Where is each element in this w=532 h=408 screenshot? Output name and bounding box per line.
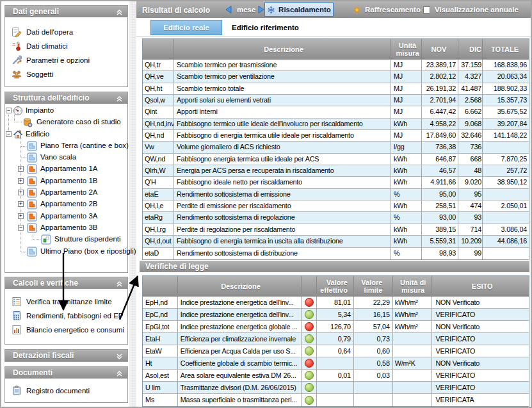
panel-header-dati-generali[interactable]: Dati generali [5, 6, 127, 17]
results-row[interactable]: Q'HFabbisogno ideale netto per riscaldam… [143, 177, 529, 188]
sidebar-item[interactable]: Parametri e opzioni [5, 53, 127, 67]
verifica-row[interactable]: U limTrasmittanze divisori (D.M. 26/06/2… [143, 382, 529, 394]
cell-desc: Efficienza per climatizzazione invernale [178, 333, 302, 345]
collapse-box-icon[interactable]: − [18, 225, 24, 231]
expand-box-icon[interactable]: + [18, 190, 24, 195]
cell-dic: 736 [458, 142, 483, 152]
tree-item[interactable]: Generatore caso di studio [5, 117, 127, 128]
cell-esito: VERIFICATA [432, 394, 529, 406]
tab-edificio-reale[interactable]: Edificio reale [150, 20, 222, 35]
header-code[interactable] [143, 276, 178, 296]
results-row[interactable]: etaERendimento sottosistema di emissione… [143, 189, 529, 200]
results-row[interactable]: QH,l,rgPerdite di regolazione per riscal… [143, 224, 529, 236]
apartment-icon [27, 176, 37, 186]
cell-esito: VERIFICATO [432, 370, 529, 381]
sidebar-item[interactable]: Dati climatici [5, 39, 127, 53]
panel-header-detrazioni[interactable]: Detrazioni fiscali [5, 350, 127, 361]
cell-esito: VERIFICATO [432, 345, 529, 357]
heating-tab[interactable]: Riscaldamento [264, 3, 334, 17]
sidebar-item[interactable]: Dati dell'opera [5, 25, 127, 39]
header-descrizione[interactable]: Descrizione [174, 39, 391, 59]
results-row[interactable]: QH,ndFabbisogno di energia termica utile… [143, 130, 529, 142]
cell-nov: 4.958,22 [422, 118, 458, 129]
collapse-box-icon[interactable]: − [6, 131, 12, 137]
header-nov[interactable]: NOV [422, 39, 458, 59]
expand-box-icon[interactable]: + [18, 166, 24, 172]
panel-header-calcoli[interactable]: Calcoli e verifiche [5, 277, 127, 289]
tree-item[interactable]: +Appartamento 3A [5, 211, 127, 222]
cell-desc: Indice prestazione energetica globale ..… [178, 321, 302, 332]
verifica-row[interactable]: EpC,ndIndice prestazione energetica dell… [143, 309, 529, 321]
tree-item[interactable]: +Appartamento 2B [5, 199, 127, 210]
header-totale[interactable]: TOTALE [483, 39, 529, 59]
verifica-row[interactable]: EtaWEfficienza per Acqua Calda per uso S… [143, 345, 529, 357]
sidebar-item[interactable]: Soggetti [5, 67, 127, 81]
tree-item[interactable]: −Impianto [5, 105, 127, 117]
collapse-box-icon[interactable]: − [6, 108, 12, 113]
header-valore-limite[interactable]: Valore limite [354, 276, 393, 296]
results-row[interactable]: QintApporti interniMJ6.447,426.66235.675… [143, 106, 529, 118]
cell-unit: W/m²K [393, 357, 432, 369]
verifica-row[interactable]: MsMassa superficiale o trasmittanza peri… [143, 394, 529, 406]
results-row[interactable]: Qsol,wApporti solari su elementi vetrati… [143, 95, 529, 106]
cell-tot: 188.902,33 [483, 83, 529, 94]
results-row[interactable]: QH,d,outFabbisogno di energia termica in… [143, 236, 529, 247]
annual-checkbox[interactable] [423, 6, 430, 13]
panel-title: Struttura dell'edificio [13, 94, 90, 102]
annual-view-toggle[interactable]: Visualizzazione annuale [423, 4, 519, 15]
header-status[interactable] [302, 276, 317, 296]
results-row[interactable]: etaRgRendimento sottosistema di regolazi… [143, 212, 529, 224]
cell-tot: 20.063,34 [483, 71, 529, 82]
results-row[interactable]: QW,ndFabbisogno energia termica utile id… [143, 154, 529, 165]
results-row[interactable]: QH,nd,invFabbisogno termico utile ideale… [143, 118, 529, 130]
sidebar-item[interactable]: Verifica trasmittanze limite [5, 295, 127, 309]
results-row[interactable]: QH,veScambio termico per ventilazioneMJ2… [143, 71, 529, 83]
tree-item[interactable]: +Appartamento 2A [5, 187, 127, 199]
cell-eff [317, 382, 354, 393]
results-row[interactable]: VwVolume giornaliero di ACS richiestol/g… [143, 142, 529, 153]
tree-item[interactable]: +Appartamento 1A [5, 163, 127, 175]
results-row[interactable]: Qlrh,WEnergia per ACS persa e recuperata… [143, 165, 529, 177]
verifica-row[interactable]: HtCoefficiente globale di scambio termic… [143, 357, 529, 370]
panel-header-struttura[interactable]: Struttura dell'edificio [5, 92, 127, 104]
header-unita-misura[interactable]: Unità di misura [393, 276, 432, 296]
panel-dati-generali: Dati generali Dati dell'operaDati climat… [4, 5, 128, 87]
prev-month-button[interactable] [224, 5, 233, 14]
header-code[interactable] [143, 39, 174, 59]
sidebar-item[interactable]: Rendimenti, fabbisogni ed EP [5, 309, 127, 323]
header-esito[interactable]: ESITO [432, 276, 529, 296]
sidebar-item[interactable]: Registro documenti [5, 384, 127, 398]
results-row[interactable]: QH,l,ePerdite di emissione per riscaldam… [143, 200, 529, 212]
results-row[interactable]: QH,htScambio termico totaleMJ26.191,3241… [143, 83, 529, 95]
header-descrizione[interactable]: Descrizione [178, 276, 302, 296]
results-row[interactable]: etaDRendimento sottosistema di distribuz… [143, 248, 529, 259]
cell-dic: 4.327 [458, 71, 483, 82]
cell-unit: l/gg [391, 142, 422, 152]
verifica-row[interactable]: EpH,ndIndice prestazione energetica dell… [143, 297, 529, 309]
tree-item[interactable]: −Appartamento 3B [5, 222, 127, 234]
tree-item[interactable]: Strutture disperdenti [5, 234, 127, 245]
tree-item[interactable]: −Edificio [5, 129, 127, 140]
sidebar-item[interactable]: Bilancio energetico e consumi [5, 323, 127, 337]
apartment-icon [27, 199, 37, 209]
expand-box-icon[interactable]: + [18, 201, 24, 207]
tab-edificio-riferimento[interactable]: Edificio riferimento [232, 20, 299, 35]
header-valore-effettivo[interactable]: Valore effettivo [317, 276, 354, 296]
cell-esito: VERIFICATO [432, 382, 529, 393]
verifica-row[interactable]: Asol,estArea solare equivalente estiva D… [143, 370, 529, 382]
cooling-tab[interactable]: Raffrescamento [352, 4, 421, 15]
expand-box-icon[interactable]: + [18, 178, 24, 184]
verifica-row[interactable]: EpGl,totIndice prestazione energetica gl… [143, 321, 529, 333]
expand-box-icon[interactable]: + [18, 213, 24, 219]
tree-item[interactable]: +Appartamento 1B [5, 175, 127, 187]
header-unita-misura[interactable]: Unità misura [391, 39, 422, 59]
splitter[interactable] [129, 1, 136, 407]
cell-desc: Fabbisogno di energia termica in uscita … [174, 236, 391, 247]
expand-chevron-icon[interactable] [116, 352, 123, 363]
panel-header-documenti[interactable]: Documenti [5, 367, 127, 379]
header-dic[interactable]: DIC [458, 39, 483, 59]
verifiche-title: Verifiche di legge [145, 262, 209, 271]
tree-item-label: Strutture disperdenti [54, 235, 121, 243]
verifica-row[interactable]: EtaHEfficienza per climatizzazione inver… [143, 333, 529, 345]
results-row[interactable]: QH,trScambio termico per trasmissioneMJ2… [143, 60, 529, 71]
